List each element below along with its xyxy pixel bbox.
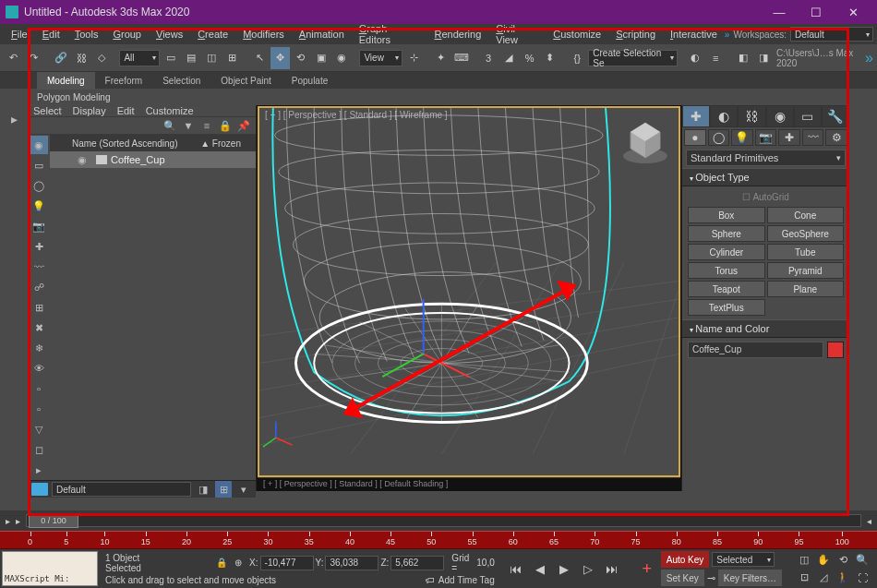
selection-filter-dropdown[interactable]: All <box>119 50 159 66</box>
pivot-button[interactable]: ⊹ <box>404 47 423 69</box>
spinner-snap-button[interactable]: ⬍ <box>541 47 559 69</box>
menu-interactive[interactable]: Interactive <box>663 26 725 42</box>
ribbon-selection[interactable]: Selection <box>152 72 210 90</box>
btn-sphere[interactable]: Sphere <box>688 225 765 242</box>
sp-filter-pin-icon[interactable]: ◻ <box>30 440 48 459</box>
menu-tools[interactable]: Tools <box>67 26 106 42</box>
percent-snap-button[interactable]: % <box>520 47 538 69</box>
sp-menu-edit[interactable]: Edit <box>117 105 135 116</box>
sp-filter-14-icon[interactable]: ▫ <box>30 400 48 418</box>
coord-z-input[interactable]: 5,662 <box>390 556 444 570</box>
menu-views[interactable]: Views <box>149 26 190 42</box>
workspace-dropdown[interactable]: Default <box>790 27 873 42</box>
btn-tube[interactable]: Tube <box>767 244 845 260</box>
btn-torus[interactable]: Torus <box>688 262 765 279</box>
selection-set-dropdown[interactable]: Create Selection Se <box>588 50 678 66</box>
sp-filter-icon[interactable]: ▼ <box>180 117 197 134</box>
align-button[interactable]: ≡ <box>706 47 725 69</box>
sp-filter-13-icon[interactable]: ▫ <box>30 379 48 398</box>
sp-list-header[interactable]: Name (Sorted Ascending) ▲ Frozen <box>50 135 256 151</box>
menu-grapheditors[interactable]: Graph Editors <box>352 20 427 48</box>
btn-box[interactable]: Box <box>688 207 765 223</box>
nav-pan-icon[interactable]: ✋ <box>814 552 833 569</box>
sp-filter-funnel-icon[interactable]: ▽ <box>30 420 48 438</box>
manipulate-button[interactable]: ✦ <box>431 47 450 69</box>
viewport-perspective[interactable]: [ + ] [ Perspective ] [ Standard ] [ Wir… <box>258 106 680 477</box>
menu-group[interactable]: Group <box>105 26 149 42</box>
btn-pyramid[interactable]: Pyramid <box>767 262 845 279</box>
layer-btn-3[interactable]: ▾ <box>235 481 252 498</box>
minimize-button[interactable]: — <box>761 0 798 24</box>
placement-button[interactable]: ◉ <box>332 47 351 69</box>
tab-create[interactable]: ✚ <box>682 105 710 127</box>
keymode-dropdown[interactable]: Selected <box>712 552 775 567</box>
goto-start-button[interactable]: ⏮ <box>506 558 526 579</box>
keyfilters-button[interactable]: Key Filters… <box>718 570 782 586</box>
nav-orbit-icon[interactable]: ⟲ <box>834 552 852 569</box>
bind-button[interactable]: ◇ <box>92 47 111 69</box>
ribbon-populate[interactable]: Populate <box>282 72 338 90</box>
tab-modify[interactable]: ◐ <box>710 105 738 127</box>
layer-explorer-button[interactable]: ◨ <box>754 47 773 69</box>
sp-search-icon[interactable]: 🔍 <box>162 117 178 134</box>
time-slider[interactable]: 0 / 100 <box>26 514 861 527</box>
menu-file[interactable]: File <box>4 26 35 42</box>
rollout-object-type[interactable]: Object Type <box>682 168 849 186</box>
window-crossing-button[interactable]: ⊞ <box>223 47 242 69</box>
ribbon-objectpaint[interactable]: Object Paint <box>210 72 281 90</box>
visibility-icon[interactable]: ◉ <box>78 154 89 166</box>
sp-filter-all-icon[interactable]: ◉ <box>30 136 48 154</box>
maximize-button[interactable]: ☐ <box>798 0 835 24</box>
ribbon-modeling[interactable]: Modeling <box>37 72 95 90</box>
nav-maximize-icon[interactable]: ⛶ <box>853 570 871 586</box>
sp-menu-customize[interactable]: Customize <box>146 105 194 116</box>
sp-pin-icon[interactable]: 📌 <box>235 117 252 134</box>
sp-filter-shape-icon[interactable]: ◯ <box>30 176 48 195</box>
close-button[interactable]: ✕ <box>835 0 871 24</box>
trackbar-collapse-icon[interactable]: ◂ <box>867 516 871 526</box>
keyboard-shortcut-button[interactable]: ⌨ <box>452 47 471 69</box>
redo-button[interactable]: ↷ <box>24 47 42 69</box>
select-name-button[interactable]: ▤ <box>182 47 200 69</box>
sp-filter-space-icon[interactable]: 〰 <box>30 258 48 276</box>
tab-utilities[interactable]: 🔧 <box>822 105 849 127</box>
menu-create[interactable]: Create <box>190 26 235 42</box>
sp-filter-geom-icon[interactable]: ▭ <box>30 156 48 174</box>
menu-customize[interactable]: Customize <box>546 26 608 42</box>
menu-rendering[interactable]: Rendering <box>426 26 488 42</box>
tab-motion[interactable]: ◉ <box>766 105 794 127</box>
subtab-lights-icon[interactable]: 💡 <box>731 129 753 146</box>
goto-end-button[interactable]: ⏭ <box>602 558 622 579</box>
sp-list[interactable]: ◉ Coffee_Cup <box>50 151 256 480</box>
btn-cylinder[interactable]: Cylinder <box>688 244 765 260</box>
btn-cone[interactable]: Cone <box>767 207 845 223</box>
category-dropdown[interactable]: Standard Primitives <box>686 150 846 166</box>
sp-filter-hidden-icon[interactable]: 👁 <box>30 359 48 378</box>
layer-dropdown[interactable]: Default <box>52 482 191 497</box>
object-color-swatch[interactable] <box>827 342 844 358</box>
sp-filter-bone-icon[interactable]: ☍ <box>30 278 48 296</box>
undo-button[interactable]: ↶ <box>4 47 22 69</box>
unlink-button[interactable]: ⛓ <box>72 47 90 69</box>
time-ruler[interactable]: 0 5 10 15 20 25 30 35 40 45 50 55 60 65 … <box>0 531 877 549</box>
select-region-button[interactable]: ◫ <box>202 47 221 69</box>
set-key-button[interactable]: + <box>637 558 657 579</box>
snap-button[interactable]: 3 <box>479 47 498 69</box>
setkey-button[interactable]: Set Key <box>661 570 704 586</box>
subtab-systems-icon[interactable]: ⚙ <box>825 129 847 146</box>
subtab-spacewarps-icon[interactable]: 〰 <box>802 129 824 146</box>
sp-menu-select[interactable]: Select <box>33 105 62 116</box>
angle-snap-button[interactable]: ◢ <box>499 47 518 69</box>
menu-modifiers[interactable]: Modifiers <box>235 26 292 42</box>
select-object-button[interactable]: ↖ <box>250 47 269 69</box>
sp-filter-cam-icon[interactable]: 📷 <box>30 217 48 235</box>
sp-filter-frozen-icon[interactable]: ❄ <box>30 339 48 357</box>
menu-scripting[interactable]: Scripting <box>608 26 663 42</box>
sp-menu-display[interactable]: Display <box>73 105 106 116</box>
autogrid-checkbox[interactable]: ☐ AutoGrid <box>688 190 844 204</box>
add-time-tag[interactable]: Add Time Tag <box>438 575 495 585</box>
nav-fov-icon[interactable]: ◿ <box>814 570 833 586</box>
scale-button[interactable]: ▣ <box>312 47 330 69</box>
autokey-button[interactable]: Auto Key <box>661 551 710 568</box>
time-handle[interactable]: 0 / 100 <box>29 513 78 528</box>
